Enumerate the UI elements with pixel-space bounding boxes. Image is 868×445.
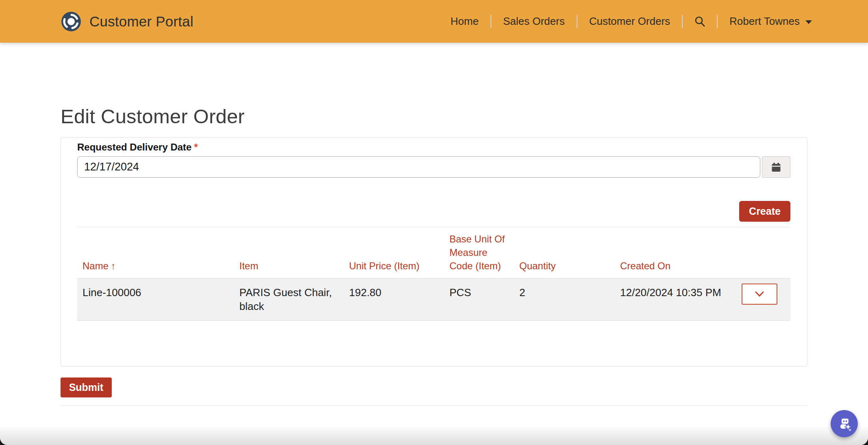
date-field-label: Requested Delivery Date* xyxy=(77,142,790,153)
copilot-chat-button[interactable] xyxy=(831,410,858,437)
grid-empty-space xyxy=(77,321,790,366)
app-window: Customer Portal Home Sales Orders Custom… xyxy=(0,0,868,445)
bottom-divider xyxy=(61,406,807,406)
nav-item-customer-orders[interactable]: Customer Orders xyxy=(577,15,682,28)
main-nav: Home Sales Orders Customer Orders Robert… xyxy=(451,15,812,28)
search-button[interactable] xyxy=(683,15,717,28)
calendar-picker-button[interactable] xyxy=(762,156,790,178)
nav-item-home[interactable]: Home xyxy=(451,15,490,28)
user-name: Robert Townes xyxy=(729,15,800,28)
cell-created-on: 12/20/2024 10:35 PM xyxy=(615,279,742,321)
column-header-unit-price[interactable]: Unit Price (Item) xyxy=(344,227,444,279)
required-asterisk: * xyxy=(194,142,197,153)
cell-quantity: 2 xyxy=(514,279,615,321)
column-header-actions xyxy=(742,227,790,279)
footer-shadow xyxy=(0,425,868,445)
cell-unit-price: 192.80 xyxy=(344,279,444,321)
calendar-icon xyxy=(770,161,782,173)
cell-actions xyxy=(742,279,790,321)
brand[interactable]: Customer Portal xyxy=(61,11,193,32)
order-form-panel: Requested Delivery Date* Create xyxy=(61,137,807,366)
sort-ascending-icon: ↑ xyxy=(111,260,116,271)
portal-logo-icon xyxy=(61,11,81,32)
date-input-group xyxy=(77,156,790,178)
cell-item: PARIS Guest Chair, black xyxy=(234,279,344,321)
chatbot-icon xyxy=(837,416,852,432)
user-menu[interactable]: Robert Townes xyxy=(718,15,812,28)
grid-header-row: Name↑ Item Unit Price (Item) Base Unit O… xyxy=(77,227,790,279)
column-header-item[interactable]: Item xyxy=(234,227,344,279)
search-icon xyxy=(694,15,706,28)
brand-title: Customer Portal xyxy=(89,13,193,30)
row-actions-dropdown-button[interactable] xyxy=(742,284,777,305)
caret-down-icon xyxy=(805,20,812,24)
chevron-down-icon xyxy=(755,291,764,297)
column-header-uom[interactable]: Base Unit Of Measure Code (Item) xyxy=(444,227,514,279)
page-title: Edit Customer Order xyxy=(61,105,807,128)
date-field-label-text: Requested Delivery Date xyxy=(77,142,191,153)
main-content: Edit Customer Order Requested Delivery D… xyxy=(0,105,868,406)
nav-item-sales-orders[interactable]: Sales Orders xyxy=(491,15,577,28)
column-header-name-label: Name xyxy=(82,260,108,271)
cell-uom: PCS xyxy=(444,279,514,321)
table-row: Line-100006 PARIS Guest Chair, black 192… xyxy=(77,279,790,321)
top-navbar: Customer Portal Home Sales Orders Custom… xyxy=(0,0,868,43)
column-header-name[interactable]: Name↑ xyxy=(77,227,234,279)
create-row: Create xyxy=(77,201,790,222)
column-header-created-on[interactable]: Created On xyxy=(615,227,742,279)
create-button[interactable]: Create xyxy=(739,201,790,222)
order-lines-grid: Name↑ Item Unit Price (Item) Base Unit O… xyxy=(77,227,790,366)
cell-name: Line-100006 xyxy=(77,279,234,321)
column-header-quantity[interactable]: Quantity xyxy=(514,227,615,279)
submit-button[interactable]: Submit xyxy=(61,377,112,397)
form-actions: Submit xyxy=(61,366,807,397)
requested-delivery-date-input[interactable] xyxy=(77,156,760,178)
